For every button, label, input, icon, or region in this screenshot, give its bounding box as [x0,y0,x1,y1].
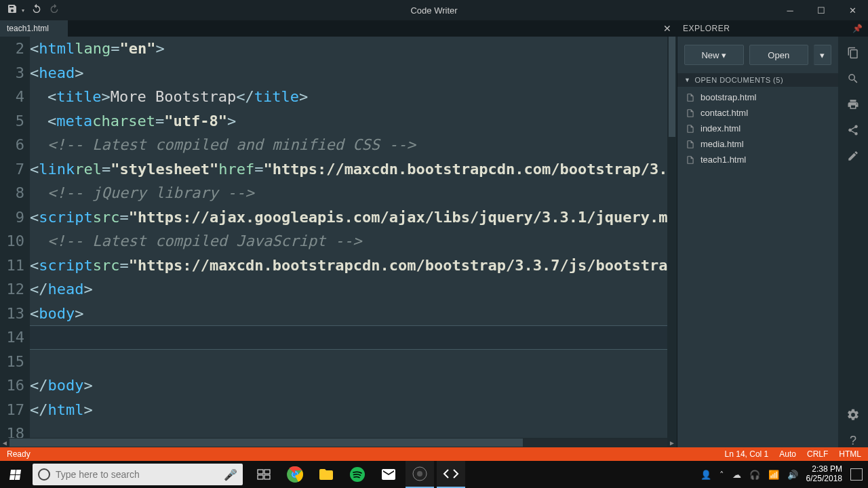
document-item[interactable]: index.html [677,121,838,136]
code-line[interactable] [30,350,667,374]
document-name: media.html [701,139,744,149]
headphones-icon[interactable]: 🎧 [749,470,760,480]
code-line[interactable]: <meta charset="utf-8"> [30,109,667,134]
side-panel: New ▾ Open ▾ ▼ OPEN DOCUMENTS (5) bootst… [677,37,868,447]
line-gutter: 23456789101112131415161718 [0,37,30,438]
clock-time: 2:38 PM [806,465,842,474]
search-input[interactable] [56,469,218,480]
code-content[interactable]: <html lang="en"><head><title>More Bootst… [30,37,667,438]
svg-rect-2 [258,475,263,479]
tray-chevron-icon[interactable]: ˄ [719,470,724,480]
task-view-icon[interactable] [250,461,278,488]
code-line[interactable]: <script src="https://maxcdn.bootstrapcdn… [30,253,667,278]
status-position[interactable]: Ln 14, Col 1 [725,449,769,459]
file-icon [686,140,695,149]
code-line[interactable]: <!-- Latest compiled and minified CSS --… [30,133,667,157]
explorer-header: EXPLORER 📌 [677,20,868,37]
undo-icon[interactable] [31,3,42,17]
search-icon[interactable] [846,72,860,85]
document-item[interactable]: contact.html [677,105,838,121]
volume-icon[interactable]: 🔊 [787,470,798,480]
open-documents-header[interactable]: ▼ OPEN DOCUMENTS (5) [677,73,838,87]
spotify-icon[interactable] [343,461,372,488]
print-icon[interactable] [846,98,860,111]
edit-icon[interactable] [846,149,860,163]
system-tray: 👤 ˄ ☁ 🎧 📶 🔊 2:38 PM 6/25/2018 [701,465,868,484]
settings-icon[interactable] [846,408,860,422]
code-line[interactable]: </html> [30,398,667,422]
file-icon [686,155,695,165]
vertical-scrollbar[interactable] [667,37,677,438]
help-icon[interactable]: ? [846,434,860,447]
code-writer-icon[interactable] [437,461,465,488]
taskbar: 🎤 👤 ˄ ☁ 🎧 📶 🔊 2:38 PM 6/25/2018 [0,461,868,488]
code-line[interactable] [30,325,667,350]
people-icon[interactable]: 👤 [701,470,711,480]
minimize-button[interactable]: ─ [774,0,806,20]
new-button[interactable]: New ▾ [684,45,744,65]
obs-icon[interactable] [406,461,434,488]
clock[interactable]: 2:38 PM 6/25/2018 [806,465,842,484]
status-encoding[interactable]: Auto [779,449,796,459]
save-icon[interactable] [7,3,18,17]
mic-icon[interactable]: 🎤 [224,468,237,481]
document-list: bootstrap.htmlcontact.htmlindex.htmlmedi… [677,87,838,170]
close-button[interactable]: ✕ [837,0,868,20]
document-name: bootstrap.html [701,92,756,102]
code-line[interactable]: <html lang="en"> [30,37,667,61]
onedrive-icon[interactable]: ☁ [732,470,741,480]
statusbar: Ready Ln 14, Col 1 Auto CRLF HTML [0,447,868,461]
code-line[interactable]: </body> [30,373,667,398]
documents-icon[interactable] [846,46,860,60]
open-dropdown-button[interactable]: ▾ [814,45,831,65]
clock-date: 6/25/2018 [806,474,842,484]
mail-icon[interactable] [374,461,403,488]
tab-label: teach1.html [7,24,49,33]
share-icon[interactable] [846,123,860,137]
document-item[interactable]: teach1.html [677,152,838,167]
code-line[interactable]: <!-- jQuery library --> [30,181,667,205]
code-editor[interactable]: 23456789101112131415161718 <html lang="e… [0,37,677,438]
code-line[interactable]: <!-- Latest compiled JavaScript --> [30,229,667,253]
wifi-icon[interactable]: 📶 [768,470,779,480]
code-line[interactable]: <script src="https://ajax.googleapis.com… [30,205,667,230]
document-item[interactable]: bootstrap.html [677,89,838,105]
status-eol[interactable]: CRLF [807,449,828,459]
file-icon [686,124,695,134]
tab-active[interactable]: teach1.html [0,20,68,37]
document-item[interactable]: media.html [677,136,838,152]
titlebar: ▾ Code Writer ─ ☐ ✕ [0,0,868,20]
code-line[interactable]: <link rel="stylesheet" href="https://max… [30,157,667,182]
svg-rect-3 [264,475,270,479]
taskbar-search[interactable]: 🎤 [33,464,243,485]
notifications-icon[interactable] [850,468,863,481]
save-dropdown-icon[interactable]: ▾ [22,7,24,14]
code-line[interactable]: <title>More Bootstrap</title> [30,85,667,109]
code-line[interactable]: <body> [30,302,667,326]
svg-rect-1 [264,470,270,474]
open-documents-label: OPEN DOCUMENTS (5) [694,76,783,84]
horizontal-scrollbar[interactable]: ◄ ► [0,438,677,447]
tab-strip: teach1.html ✕ [0,20,677,37]
pin-icon[interactable]: 📌 [852,24,863,33]
app-title: Code Writer [410,5,457,16]
redo-icon[interactable] [49,3,60,17]
svg-point-10 [417,471,422,476]
collapse-icon: ▼ [684,77,690,83]
explorer-title: EXPLORER [683,24,730,33]
open-button[interactable]: Open [749,45,809,65]
start-button[interactable] [0,461,30,488]
file-icon [686,108,695,118]
code-line[interactable] [30,422,667,438]
file-explorer-icon[interactable] [312,461,340,488]
code-line[interactable]: </head> [30,277,667,302]
maximize-button[interactable]: ☐ [806,0,837,20]
document-name: index.html [701,123,741,134]
chrome-icon[interactable] [281,461,309,488]
code-line[interactable]: <head> [30,61,667,85]
file-icon [686,93,695,102]
svg-rect-0 [258,470,263,474]
document-name: teach1.html [701,155,746,165]
status-language[interactable]: HTML [839,449,861,459]
tab-close-icon[interactable]: ✕ [663,23,671,34]
